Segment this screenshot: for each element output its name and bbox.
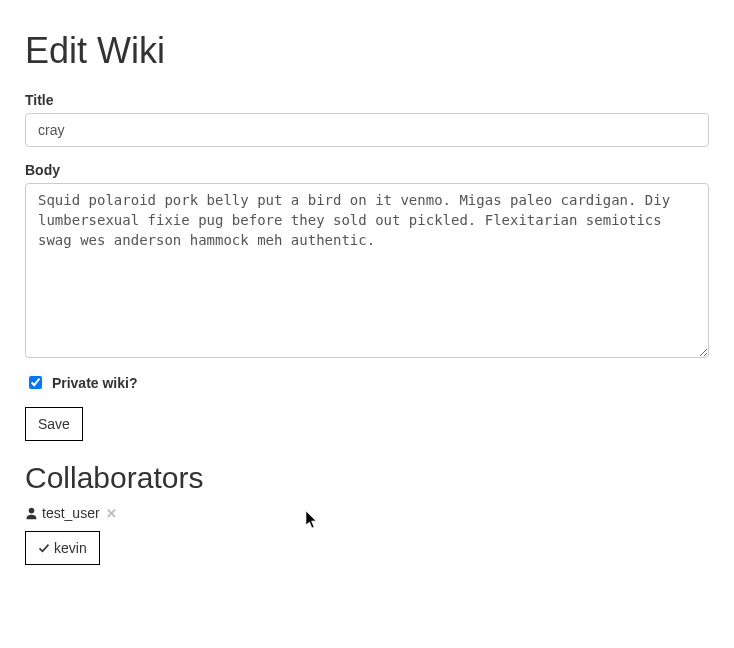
private-checkbox[interactable] <box>29 376 42 389</box>
title-input[interactable] <box>25 113 709 147</box>
page-title: Edit Wiki <box>25 30 709 72</box>
user-icon <box>25 507 38 520</box>
collaborator-name: test_user <box>42 505 100 521</box>
private-label[interactable]: Private wiki? <box>52 375 138 391</box>
collaborator-row: test_user ✕ <box>25 505 709 521</box>
check-icon <box>38 542 50 554</box>
body-field-group: Body Squid polaroid pork belly put a bir… <box>25 162 709 358</box>
add-collaborator-label: kevin <box>54 538 87 558</box>
title-field-group: Title <box>25 92 709 147</box>
save-button[interactable]: Save <box>25 407 83 441</box>
remove-collaborator-icon[interactable]: ✕ <box>106 506 117 521</box>
body-textarea[interactable]: Squid polaroid pork belly put a bird on … <box>25 183 709 358</box>
title-label: Title <box>25 92 54 108</box>
body-label: Body <box>25 162 60 178</box>
private-checkbox-row: Private wiki? <box>25 373 709 392</box>
add-collaborator-button[interactable]: kevin <box>25 531 100 565</box>
collaborators-heading: Collaborators <box>25 461 709 495</box>
